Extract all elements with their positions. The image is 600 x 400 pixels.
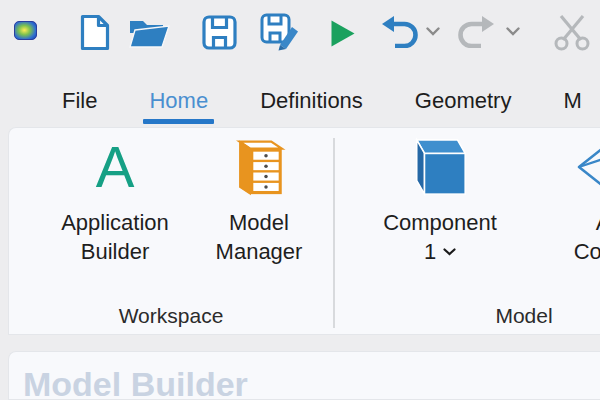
undo-button[interactable] (382, 16, 419, 48)
cut-button[interactable] (552, 14, 592, 51)
undo-icon (382, 16, 419, 48)
ribbon-panel: A Application Builder (8, 127, 600, 335)
scissors-icon (552, 14, 592, 51)
app-window: File Home Definitions Geometry M A Appli… (0, 0, 600, 400)
button-label-line2: Builder (61, 237, 169, 266)
tab-label: File (62, 88, 97, 114)
tab-label: M (563, 88, 581, 114)
play-icon (330, 19, 356, 48)
save-as-button[interactable] (260, 13, 301, 52)
add-component-icon (577, 146, 600, 188)
application-builder-icon: A (96, 137, 135, 197)
active-tab-underline (143, 119, 214, 124)
model-builder-title: Model Builder (23, 365, 600, 400)
ribbon-tab-bar: File Home Definitions Geometry M (0, 78, 582, 124)
redo-button[interactable] (457, 16, 494, 48)
group-label-workspace: Workspace (9, 304, 333, 328)
save-as-icon (260, 13, 301, 52)
tab-materials-truncated[interactable]: M (563, 78, 581, 124)
button-label-line1: A (574, 208, 600, 237)
component-1-button[interactable]: Component 1 (361, 136, 519, 266)
save-button[interactable] (202, 15, 237, 50)
model-manager-button[interactable]: Model Manager (194, 136, 324, 266)
tab-label: Geometry (415, 88, 512, 114)
redo-dropdown-button[interactable] (506, 27, 520, 36)
tab-label: Home (149, 88, 208, 114)
new-file-icon (80, 14, 110, 51)
chevron-down-icon (506, 27, 520, 36)
comsol-logo-icon (14, 21, 37, 40)
model-manager-icon (231, 136, 287, 198)
button-label-line2: Manager (216, 237, 303, 266)
chevron-down-icon (443, 248, 456, 256)
tab-definitions[interactable]: Definitions (260, 78, 363, 124)
button-label-line2: 1 (424, 237, 436, 266)
button-label-line1: Model (216, 208, 303, 237)
tab-label: Definitions (260, 88, 363, 114)
tab-home[interactable]: Home (149, 78, 208, 124)
tab-geometry[interactable]: Geometry (415, 78, 512, 124)
redo-icon (457, 16, 494, 48)
open-folder-icon (129, 18, 170, 49)
application-builder-button[interactable]: A Application Builder (34, 136, 196, 266)
chevron-down-icon (426, 27, 440, 36)
add-component-button[interactable]: A Comp (525, 136, 600, 266)
ribbon-group-divider (333, 138, 335, 328)
new-file-button[interactable] (80, 14, 110, 51)
component-cube-icon (409, 136, 471, 198)
save-icon (202, 15, 237, 50)
model-builder-panel: Model Builder (8, 351, 600, 400)
undo-dropdown-button[interactable] (426, 27, 440, 36)
button-label-line1: Component (383, 208, 497, 237)
open-button[interactable] (129, 18, 170, 49)
button-label-line2: Comp (574, 237, 600, 266)
tab-file[interactable]: File (62, 78, 97, 124)
run-button[interactable] (330, 19, 356, 48)
button-label-line1: Application (61, 208, 169, 237)
group-label-model: Model (339, 304, 600, 328)
